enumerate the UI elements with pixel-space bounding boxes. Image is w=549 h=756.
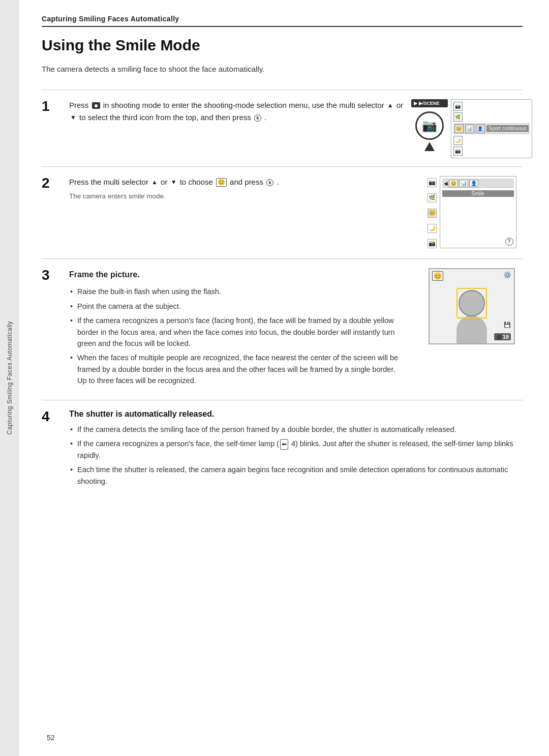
- step2-number: 2: [42, 175, 50, 191]
- step4-number-container: 4: [42, 410, 64, 424]
- step3-bullet-4: When the faces of multiple people are re…: [69, 352, 406, 386]
- step3-number-container: 3: [42, 268, 64, 282]
- side-label-text: Capturing Smiling Faces Automatically: [6, 321, 13, 434]
- step4-number: 4: [42, 409, 50, 424]
- ok-button-icon: k: [254, 114, 261, 122]
- step4-bullet-1: If the camera detects the smiling face o…: [69, 424, 523, 435]
- vf-smile-mode-icon: 😊: [432, 271, 443, 281]
- step2-separator: [42, 166, 523, 167]
- smile-left-icons: 📷 🌿 😊 🌙 📸: [428, 176, 437, 248]
- page-title: Using the Smile Mode: [42, 36, 523, 54]
- ok-button2-icon: k: [266, 179, 273, 186]
- step4-title: The shutter is automatically released.: [69, 410, 523, 419]
- step3-bullets: Raise the built-in flash when using the …: [69, 286, 406, 387]
- scene-icon-3c: 👤: [476, 124, 485, 133]
- step2-content: Press the multi selector ▲ or ▼ to choos…: [69, 176, 416, 201]
- smile-left-spacer: 📷 🌿 😊 🌙 📸: [428, 176, 437, 248]
- scene-icon-3b: 📊: [465, 124, 474, 133]
- arrow-down2-icon: ▼: [171, 178, 177, 187]
- page-container: Capturing Smiling Faces Automatically Ca…: [0, 0, 549, 756]
- step4-row: 4 The shutter is automatically released.…: [42, 410, 523, 490]
- vf-focus-border: [456, 288, 487, 318]
- vf-frame-counter: ⬛18: [494, 333, 511, 340]
- step3-bullet-3: If the camera recognizes a person's face…: [69, 315, 406, 349]
- arrow-up2-icon: ▲: [151, 178, 158, 187]
- step3-number: 3: [42, 267, 50, 283]
- scene-icon-1: 📷: [453, 102, 463, 111]
- step3-title: Frame the picture.: [69, 268, 406, 281]
- scene-icons-column: 📷 🌿 😊 📊 👤 Sport continuous: [453, 102, 530, 156]
- scene-icon-row-1: 📷: [453, 102, 530, 111]
- viewfinder-container: 😊 ⚙️ 💾 ⬛18: [425, 268, 519, 344]
- chapter-header: Capturing Smiling Faces Automatically: [42, 14, 523, 27]
- vf-body: [456, 315, 487, 343]
- scene-icon-5: 📸: [453, 147, 463, 156]
- step1-number-container: 1: [42, 99, 64, 113]
- camera-mode-icon: [92, 102, 100, 109]
- vf-head: [459, 290, 485, 316]
- sport-continuous-label: Sport continuous: [486, 125, 529, 132]
- question-mark-icon: ?: [505, 238, 513, 246]
- step1-image: ▶▶/SCENE 📷 📷: [421, 99, 523, 158]
- viewfinder: 😊 ⚙️ 💾 ⬛18: [429, 268, 515, 344]
- step2-text: Press the multi selector ▲ or ▼ to choos…: [69, 176, 406, 188]
- step1-row: 1 Press in shooting mode to enter the sh…: [42, 99, 523, 158]
- step1-section: 1 Press in shooting mode to enter the sh…: [42, 90, 523, 158]
- arrow-up-icon: ▲: [387, 101, 393, 110]
- step1-content: Press in shooting mode to enter the shoo…: [69, 99, 416, 124]
- step4-bullet-2: If the camera recognizes a person's face…: [69, 438, 523, 461]
- smile-mode-icon: 😊: [216, 178, 227, 187]
- smile-icon-mid: 😊: [428, 209, 437, 218]
- scene-icon-row-3: 😊 📊 👤 Sport continuous: [453, 123, 530, 134]
- scene-icon-row-4: 🌙: [453, 136, 530, 145]
- step2-number-container: 2: [42, 176, 64, 190]
- scene-icon-row-2: 🌿: [453, 112, 530, 122]
- step1-number: 1: [42, 98, 50, 114]
- smile-icon-c: 👤: [469, 180, 478, 187]
- step2-row: 2 Press the multi selector ▲ or ▼ to cho…: [42, 176, 523, 248]
- intro-text: The camera detects a smiling face to sho…: [42, 64, 523, 75]
- scene-icon-2: 🌿: [453, 112, 463, 122]
- scene-icon-3a: 😊: [454, 124, 464, 133]
- step2-note: The camera enters smile mode.: [69, 191, 406, 201]
- step3-bullet-2: Point the camera at the subject.: [69, 301, 406, 312]
- main-content: Capturing Smiling Faces Automatically Us…: [19, 0, 549, 756]
- smile-icon-btm1: 🌙: [428, 224, 437, 233]
- scene-badge: ▶▶/SCENE: [411, 99, 448, 107]
- step3-content: Frame the picture. Raise the built-in fl…: [69, 268, 416, 390]
- smile-icon-arrow: ◀: [444, 181, 448, 186]
- smile-menu-container: 📷 🌿 😊 🌙 📸 ◀ 😊: [428, 176, 516, 248]
- smile-menu-layout: 📷 🌿 😊 🌙 📸 ◀ 😊: [428, 176, 516, 248]
- step1-text: Press in shooting mode to enter the shoo…: [69, 99, 406, 124]
- vf-counter-prefix: ⬛: [496, 335, 502, 340]
- step3-separator: [42, 258, 523, 259]
- smile-menu-right-panel: ◀ 😊 📊 👤 Smile ?: [440, 176, 516, 248]
- step3-image: 😊 ⚙️ 💾 ⬛18: [421, 268, 523, 344]
- smile-icon-btm2: 📸: [428, 239, 437, 248]
- page-number: 52: [47, 734, 55, 742]
- vf-settings-gear-icon: ⚙️: [503, 271, 511, 279]
- step4-bullet-3: Each time the shutter is released, the c…: [69, 464, 523, 487]
- up-arrow-indicator: [424, 142, 435, 151]
- step4-bullets: If the camera detects the smiling face o…: [69, 424, 523, 487]
- side-label-bar: Capturing Smiling Faces Automatically: [0, 0, 19, 756]
- scene-menu-panel: 📷 🌿 😊 📊 👤 Sport continuous: [451, 99, 532, 158]
- chapter-title: Capturing Smiling Faces Automatically: [42, 15, 179, 23]
- scene-icon-4: 🌙: [453, 136, 463, 145]
- step4-content: The shutter is automatically released. I…: [69, 410, 523, 490]
- scene-left: ▶▶/SCENE 📷: [411, 99, 448, 151]
- arrow-down-icon: ▼: [70, 113, 76, 123]
- vf-storage-icon: 💾: [504, 322, 511, 328]
- step3-row: 3 Frame the picture. Raise the built-in …: [42, 268, 523, 390]
- smile-label: Smile: [442, 190, 514, 197]
- step4-separator: [42, 400, 523, 400]
- scene-icon-row-5: 📸: [453, 147, 530, 156]
- smile-icons-highlighted-row: ◀ 😊 📊 👤: [442, 179, 514, 188]
- smile-icon-top1: 📷: [428, 178, 437, 187]
- self-timer-icon: ⬅: [280, 439, 288, 450]
- smile-icon-top2: 🌿: [428, 193, 437, 202]
- step1-ui-mockup: ▶▶/SCENE 📷 📷: [411, 99, 532, 158]
- smile-icon-b: 📊: [459, 180, 468, 187]
- step2-image: 📷 🌿 😊 🌙 📸 ◀ 😊: [421, 176, 523, 248]
- vf-person-silhouette: [456, 290, 487, 343]
